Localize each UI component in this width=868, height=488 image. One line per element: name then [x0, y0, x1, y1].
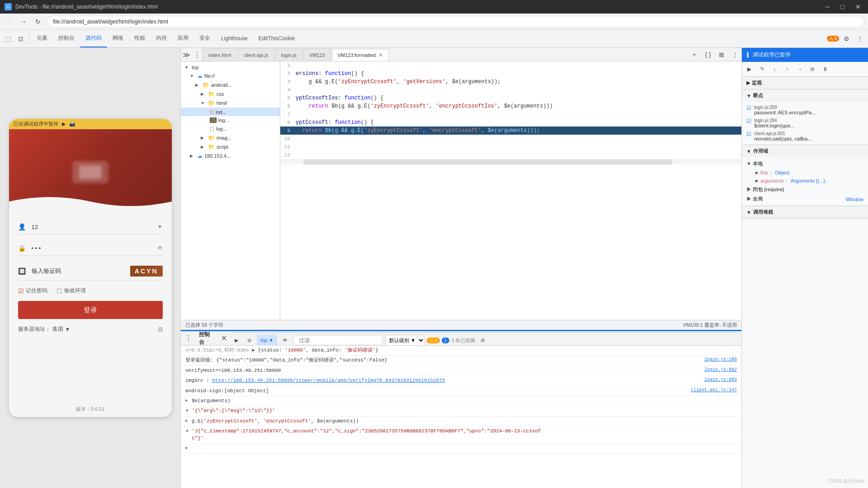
maximize-button[interactable]: □ — [838, 3, 847, 10]
deactivate-breakpoints-button[interactable]: ⊘ — [807, 64, 818, 75]
toolbar-divider — [29, 34, 29, 43]
code-line-2: 2 ersions: function() { — [280, 70, 741, 78]
scope-global-item[interactable]: ▶ 全局 Window — [742, 194, 868, 204]
check-env-checkbox[interactable]: ☐ 验收环境 — [57, 287, 86, 295]
eye-icon[interactable]: 👁 — [157, 245, 163, 251]
tab-vm123[interactable]: VM123 — [303, 48, 331, 61]
tab-login-js[interactable]: login.js — [275, 48, 302, 61]
tabs-more-button[interactable]: ≫ — [181, 48, 192, 61]
tree-item-top[interactable]: ▼ top — [181, 63, 280, 71]
tab-console[interactable]: 控制台 — [53, 30, 80, 47]
tree-item-login1[interactable]: JS log... — [181, 116, 280, 124]
breakpoint-1[interactable]: ☑ login.js:259 password: AES.encryptPa..… — [742, 103, 868, 117]
expand-icon-9[interactable]: ◀ — [185, 428, 188, 433]
console-source-login286[interactable]: login.js:286 — [704, 357, 737, 362]
tree-item-file[interactable]: ▼ ☁ file:// — [181, 71, 280, 80]
console-close-button[interactable]: ✕ — [219, 333, 229, 344]
step-out-button[interactable]: ↑ — [782, 64, 793, 75]
tree-item-login2[interactable]: ◻ log... — [181, 124, 280, 133]
tree-item-html[interactable]: ▼ 📁 html/ — [181, 99, 280, 108]
refresh-button[interactable]: ↻ — [33, 16, 43, 27]
monitor-section-header[interactable]: ▶ 监视 — [742, 77, 868, 89]
minimize-button[interactable]: ─ — [823, 3, 833, 10]
tree-item-images[interactable]: ▶ 📁 imag... — [181, 133, 280, 142]
console-three-dot[interactable]: ⋮ — [184, 332, 193, 345]
tab-close-icon[interactable]: ✕ — [378, 52, 383, 58]
tree-item-script[interactable]: ▶ 📁 script — [181, 142, 280, 151]
tab-index-html[interactable]: index.html — [203, 48, 237, 61]
tab-lighthouse[interactable]: Lighthouse — [216, 30, 253, 47]
scope-local-item[interactable]: ▼ 本地 — [742, 159, 868, 169]
expand-icon-8[interactable]: ▶ — [185, 418, 188, 423]
tab-elements[interactable]: 元素 — [31, 30, 53, 47]
tree-item-android[interactable]: ▶ 📁 android... — [181, 80, 280, 89]
console-run-button[interactable]: ▶ — [231, 335, 242, 346]
server-action-icon[interactable]: ⊡ — [158, 326, 163, 333]
tab-application[interactable]: 应用 — [172, 30, 194, 47]
scope-args-item[interactable]: ▶ arguments : Arguments [{...}, — [742, 177, 868, 185]
scope-this-item[interactable]: ▶ this : Object — [742, 169, 868, 177]
step-button[interactable]: → — [794, 64, 805, 75]
tab-editthiscookie[interactable]: EditThisCookie — [253, 30, 301, 47]
format-button[interactable]: { } — [702, 48, 714, 61]
console-source-login802[interactable]: login.js:802 — [704, 367, 737, 372]
tab-sources[interactable]: 源代码 — [80, 30, 107, 47]
callstack-section-header[interactable]: ▼ 调用堆栈 — [742, 206, 868, 218]
bp-checkbox-2[interactable]: ☑ — [746, 118, 751, 124]
bp-checkbox-3[interactable]: ☑ — [746, 131, 751, 137]
console-line-1: v=0.6.51&c=0,耗时:63ms ▶ {status: '10000',… — [181, 346, 741, 356]
debug-play-button[interactable]: ▶ — [62, 121, 66, 127]
settings-button[interactable]: ⚙ — [840, 33, 853, 45]
device-toggle-button[interactable]: ⊡ — [14, 33, 27, 45]
scope-section-header[interactable]: ▼ 作用域 — [742, 145, 868, 157]
address-input[interactable] — [47, 16, 864, 28]
console-level-select[interactable]: 默认级别 ▼ — [385, 335, 425, 346]
tab-performance[interactable]: 性能 — [129, 30, 151, 47]
expand-icon-10[interactable]: ▶ — [185, 445, 188, 450]
add-to-workspace-button[interactable]: ＋ — [688, 48, 701, 61]
console-source-login803[interactable]: login.js:803 — [704, 377, 737, 382]
tree-item-remote[interactable]: ▶ ☁ 180.153.4... — [181, 151, 280, 160]
console-top-selector[interactable]: top ▼ — [257, 335, 277, 346]
server-select[interactable]: 服务器地址： 集团 ▼ — [18, 325, 71, 333]
console-content[interactable]: v=0.6.51&c=0,耗时:63ms ▶ {status: '10000',… — [181, 346, 741, 488]
breakpoint-3[interactable]: ☑ client.api.js:601 remoteLoad(opts, cal… — [742, 130, 868, 143]
pretty-print-button[interactable]: ⊠ — [715, 48, 728, 61]
console-filter-input[interactable] — [293, 335, 383, 345]
expand-icon-7[interactable]: ◀ — [185, 408, 188, 413]
remember-password-checkbox[interactable]: ☑ 记住密码 — [18, 287, 47, 295]
username-dropdown-icon[interactable]: ▼ — [157, 224, 163, 230]
tab-security[interactable]: 安全 — [194, 30, 216, 47]
console-source-clientapi147[interactable]: client.api.js:147 — [691, 388, 737, 393]
tree-item-css[interactable]: ▶ 📁 css — [181, 89, 280, 99]
inspect-element-button[interactable]: ⬚ — [2, 33, 14, 45]
code-editor[interactable]: 1 2 ersions: function() { 3 g && g.E('zy… — [280, 61, 741, 320]
login-button[interactable]: 登录 — [18, 301, 163, 319]
console-stop-button[interactable]: ⊘ — [244, 335, 255, 346]
tab-network[interactable]: 网络 — [107, 30, 129, 47]
resume-button[interactable]: ▶ — [744, 64, 755, 75]
tab-memory[interactable]: 内存 — [151, 30, 172, 47]
tree-item-index[interactable]: ◻ ind... — [181, 108, 280, 116]
console-eye-button[interactable]: 👁 — [279, 335, 291, 346]
pause-on-exceptions-button[interactable]: ⏸ — [820, 64, 830, 75]
tab-client-api[interactable]: client.api.js — [238, 48, 274, 61]
close-button[interactable]: ✕ — [853, 3, 863, 10]
console-settings-button[interactable]: ⚙ — [477, 335, 489, 346]
horizontal-scrollbar-thumb[interactable] — [303, 160, 672, 164]
back-button[interactable]: ← — [4, 16, 14, 27]
scope-closure-item[interactable]: ▶ 闭包 (require) — [742, 185, 868, 194]
breakpoints-section-header[interactable]: ▼ 断点 — [742, 89, 868, 102]
forward-button[interactable]: → — [18, 16, 29, 27]
tabs-three-dot[interactable]: ⋮ — [192, 48, 203, 61]
more-options-button[interactable]: ⋮ — [854, 33, 866, 45]
expand-icon-6[interactable]: ▶ — [185, 398, 188, 403]
tab-vm123-formatted[interactable]: VM123:formatted ✕ — [332, 49, 389, 61]
img-src-link[interactable]: http://180.153.49.251:58090/itower/mobil… — [212, 378, 445, 383]
step-into-button[interactable]: ↓ — [769, 64, 780, 75]
search-code-button[interactable]: ⋮ — [729, 48, 741, 61]
step-over-button[interactable]: ↷ — [756, 64, 767, 75]
horizontal-scrollbar[interactable] — [280, 159, 741, 164]
breakpoint-2[interactable]: ☑ login.js:284 $client.login(que... — [742, 117, 868, 130]
bp-checkbox-1[interactable]: ☑ — [746, 105, 751, 111]
